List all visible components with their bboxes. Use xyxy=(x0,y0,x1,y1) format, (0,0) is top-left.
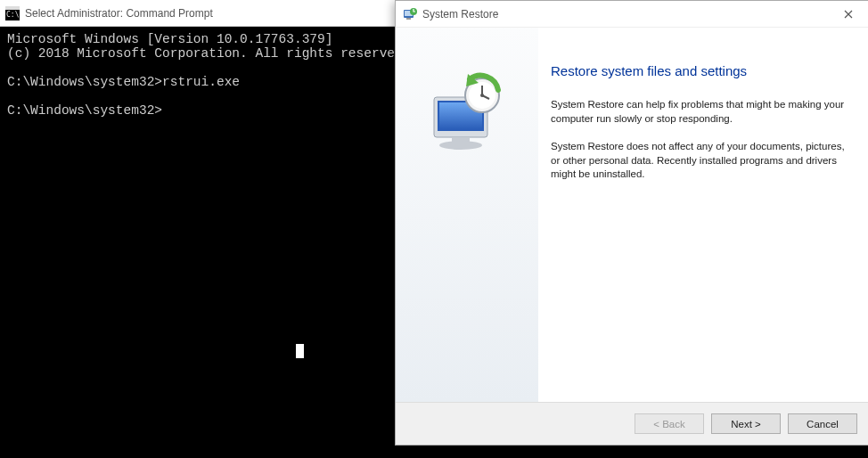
restore-footer: < Back Next > Cancel xyxy=(396,402,868,445)
monitor-clock-icon xyxy=(418,70,516,163)
restore-titlebar[interactable]: System Restore xyxy=(396,1,868,28)
restore-paragraph: System Restore can help fix problems tha… xyxy=(551,98,845,126)
svg-rect-1 xyxy=(5,6,20,10)
close-button[interactable] xyxy=(828,1,868,28)
restore-content: Restore system files and settings System… xyxy=(396,28,868,402)
cmd-line: C:\Windows\system32>rstrui.exe xyxy=(7,75,240,89)
next-button[interactable]: Next > xyxy=(711,413,781,434)
svg-rect-5 xyxy=(406,18,411,20)
cmd-cursor xyxy=(296,344,304,358)
restore-left-panel xyxy=(396,28,538,402)
restore-title-text: System Restore xyxy=(422,8,498,20)
cmd-line: C:\Windows\system32> xyxy=(7,103,162,118)
cmd-icon: C:\ xyxy=(5,6,20,20)
svg-point-11 xyxy=(439,141,482,150)
restore-right-panel: Restore system files and settings System… xyxy=(538,28,868,402)
svg-point-16 xyxy=(480,94,484,97)
restore-paragraph: System Restore does not affect any of yo… xyxy=(551,140,845,182)
system-restore-icon xyxy=(403,7,417,21)
cmd-title-text: Select Administrator: Command Prompt xyxy=(25,7,213,20)
back-button: < Back xyxy=(635,413,704,434)
system-restore-dialog: System Restore xyxy=(395,0,868,446)
cmd-line: Microsoft Windows [Version 10.0.17763.37… xyxy=(7,32,332,46)
cancel-button[interactable]: Cancel xyxy=(788,413,857,434)
cmd-line: (c) 2018 Microsoft Corporation. All righ… xyxy=(7,46,410,61)
svg-text:C:\: C:\ xyxy=(6,11,20,19)
restore-heading: Restore system files and settings xyxy=(551,63,845,78)
